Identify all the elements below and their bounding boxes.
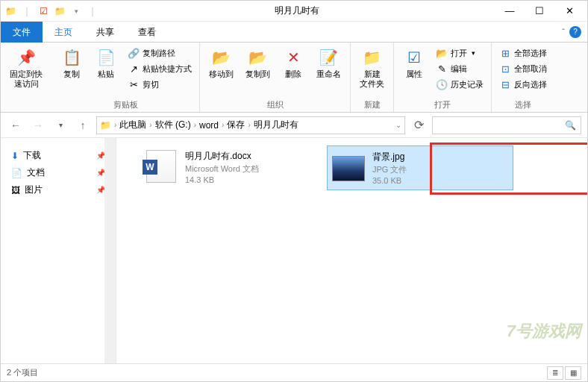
copy-to-button[interactable]: 📂 复制到 [241,46,275,81]
ribbon-open-group: ☑ 属性 📂打开▾ ✎编辑 🕓历史记录 打开 [394,43,492,112]
open-icon: 📂 [436,47,448,59]
shortcut-icon: ↗ [128,63,140,75]
tab-home[interactable]: 主页 [43,22,84,43]
sidebar-item-pictures[interactable]: 🖼 图片 📌 [5,181,111,198]
new-group-label: 新建 [355,98,389,110]
main-area: ⬇ 下载 📌 📄 文档 📌 🖼 图片 📌 明月几时有.d [1,138,587,363]
select-none-button[interactable]: ⊡全部取消 [496,61,550,76]
close-button[interactable]: ✕ [554,1,584,22]
statusbar: 2 个项目 ≣ ▦ [1,363,587,381]
properties-icon: ☑ [404,47,425,68]
select-none-icon: ⊡ [499,63,511,75]
ribbon-select-group: ⊞全部选择 ⊡全部取消 ⊟反向选择 选择 [492,43,554,112]
search-icon: 🔍 [565,120,576,131]
paste-shortcut-button[interactable]: ↗粘贴快捷方式 [125,61,195,76]
ribbon-organize-group: 📂 移动到 📂 复制到 ✕ 删除 📝 重命名 组织 [200,43,351,112]
new-folder-qat-icon[interactable]: 📁 [53,4,66,18]
crumb-drive[interactable]: 软件 (G:) [152,119,194,131]
tab-share[interactable]: 共享 [84,22,126,43]
invert-icon: ⊟ [499,78,511,90]
watermark: 7号游戏网 [507,320,581,342]
tab-file[interactable]: 文件 [1,22,43,43]
move-icon: 📂 [211,47,232,68]
ribbon-clipboard-group: 📋 复制 📄 粘贴 🔗复制路径 ↗粘贴快捷方式 ✂剪切 剪贴板 [51,43,200,112]
invert-selection-button[interactable]: ⊟反向选择 [496,77,550,92]
search-input[interactable]: 🔍 [432,116,581,134]
crumb-save[interactable]: 保存 [224,119,248,131]
recent-dropdown[interactable]: ▾ [51,116,69,134]
menubar: 文件 主页 共享 查看 ˆ ? [1,22,587,43]
details-view-button[interactable]: ≣ [547,366,563,380]
cut-icon: ✂ [128,78,140,90]
select-group-label: 选择 [496,98,550,110]
refresh-button[interactable]: ⟳ [410,116,428,134]
ribbon-collapse-icon[interactable]: ˆ [562,28,565,37]
item-count: 2 个项目 [7,367,38,378]
select-all-icon: ⊞ [499,47,511,59]
addr-folder-icon: 📁 [100,120,111,131]
delete-button[interactable]: ✕ 删除 [278,46,309,81]
minimize-button[interactable]: — [495,1,525,22]
back-button[interactable]: ← [7,116,25,134]
ribbon-quick-access: 📌 固定到快 速访问 [1,43,51,112]
new-folder-icon: 📁 [362,47,383,68]
paste-button[interactable]: 📄 粘贴 [90,46,122,81]
jpg-thumbnail [332,151,365,184]
folder-icon: 📁 [4,4,17,18]
icons-view-button[interactable]: ▦ [565,366,581,380]
documents-icon: 📄 [11,168,22,178]
history-button[interactable]: 🕓历史记录 [433,77,487,92]
downloads-icon: ⬇ [11,151,19,161]
explorer-window: 📁 | ☑ 📁 ▾ | 明月几时有 — ☐ ✕ 文件 主页 共享 查看 ˆ ? … [0,0,588,382]
clipboard-group-label: 剪贴板 [56,98,195,110]
properties-qat-icon[interactable]: ☑ [37,4,50,18]
organize-group-label: 组织 [204,98,345,110]
path-icon: 🔗 [128,47,140,59]
select-all-button[interactable]: ⊞全部选择 [496,46,550,60]
maximize-button[interactable]: ☐ [525,1,554,22]
cut-button[interactable]: ✂剪切 [125,77,195,92]
sidebar: ⬇ 下载 📌 📄 文档 📌 🖼 图片 📌 [1,138,116,363]
sidebar-item-downloads[interactable]: ⬇ 下载 📌 [5,147,111,164]
tab-view[interactable]: 查看 [126,22,168,43]
ribbon-new-group: 📁 新建 文件夹 新建 [351,43,394,112]
address-bar: ← → ▾ ↑ 📁 › 此电脑 › 软件 (G:) › word › 保存 › … [1,113,587,138]
copy-icon: 📋 [61,47,82,68]
pin-quick-access-button[interactable]: 📌 固定到快 速访问 [5,46,47,90]
edit-icon: ✎ [436,63,448,75]
titlebar: 📁 | ☑ 📁 ▾ | 明月几时有 — ☐ ✕ [1,1,587,22]
qat-sep2: | [86,4,99,18]
delete-icon: ✕ [283,47,304,68]
edit-button[interactable]: ✎编辑 [433,61,487,76]
breadcrumb-box[interactable]: 📁 › 此电脑 › 软件 (G:) › word › 保存 › 明月几时有 ⌄ [96,116,405,134]
crumb-current[interactable]: 明月几时有 [251,119,301,131]
properties-button[interactable]: ☑ 属性 [398,46,430,81]
qat-dropdown-icon[interactable]: ▾ [69,4,83,18]
pin-icon: 📌 [16,47,37,68]
copyto-icon: 📂 [248,47,269,68]
window-title: 明月几时有 [99,4,495,17]
addr-dropdown-icon[interactable]: ⌄ [395,121,401,129]
crumb-pc[interactable]: 此电脑 [116,119,149,131]
copy-button[interactable]: 📋 复制 [56,46,87,81]
pictures-icon: 🖼 [11,185,20,195]
open-group-label: 打开 [398,98,487,110]
move-to-button[interactable]: 📂 移动到 [204,46,238,81]
paste-icon: 📄 [96,47,116,68]
file-item-docx[interactable]: 明月几时有.docx Microsoft Word 文档 14.3 KB [140,145,327,190]
up-button[interactable]: ↑ [74,116,92,134]
help-icon[interactable]: ? [569,26,581,38]
copy-path-button[interactable]: 🔗复制路径 [125,46,195,60]
sidebar-scrollbar[interactable] [104,138,116,363]
forward-button[interactable]: → [29,116,47,134]
qat-sep: | [20,4,34,18]
open-button[interactable]: 📂打开▾ [433,46,487,60]
new-folder-button[interactable]: 📁 新建 文件夹 [355,46,389,90]
history-icon: 🕓 [436,78,448,90]
crumb-word[interactable]: word [196,120,222,131]
file-panel[interactable]: 明月几时有.docx Microsoft Word 文档 14.3 KB 背景.… [116,138,587,363]
ribbon: 📌 固定到快 速访问 📋 复制 📄 粘贴 🔗复制路径 ↗粘贴快捷方式 ✂剪 [1,43,587,113]
rename-button[interactable]: 📝 重命名 [312,46,345,81]
file-item-jpg[interactable]: 背景.jpg JPG 文件 35.0 KB [327,145,513,190]
sidebar-item-documents[interactable]: 📄 文档 📌 [5,164,111,181]
